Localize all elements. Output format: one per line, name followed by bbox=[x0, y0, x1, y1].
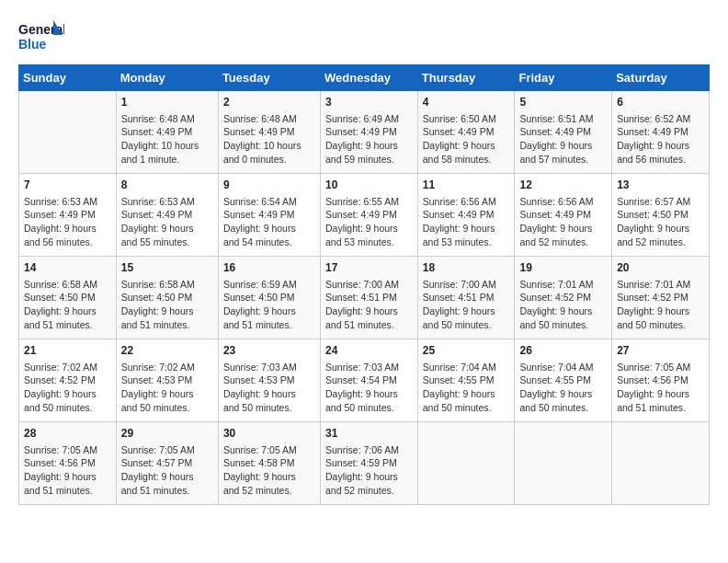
calendar-cell: 7Sunrise: 6:53 AMSunset: 4:49 PMDaylight… bbox=[19, 174, 117, 257]
day-info: Daylight: 10 hours bbox=[223, 139, 315, 153]
day-info: Daylight: 9 hours bbox=[617, 304, 704, 318]
day-info: Sunset: 4:49 PM bbox=[24, 208, 111, 222]
day-info: Sunset: 4:49 PM bbox=[325, 125, 413, 139]
day-info: and 51 minutes. bbox=[24, 484, 111, 498]
day-info: Daylight: 9 hours bbox=[617, 139, 704, 153]
day-info: Sunrise: 6:59 AM bbox=[223, 278, 315, 292]
day-info: and 56 minutes. bbox=[617, 153, 704, 167]
day-info: Daylight: 9 hours bbox=[24, 222, 111, 236]
day-info: Sunrise: 7:05 AM bbox=[617, 361, 704, 374]
day-info: and 50 minutes. bbox=[223, 401, 315, 415]
day-number: 8 bbox=[121, 178, 213, 193]
day-info: Sunrise: 6:48 AM bbox=[121, 112, 213, 126]
day-number: 10 bbox=[325, 178, 413, 193]
day-number: 17 bbox=[325, 260, 413, 276]
day-info: Sunset: 4:50 PM bbox=[24, 291, 111, 304]
header-day-friday: Friday bbox=[515, 65, 612, 91]
day-info: Daylight: 9 hours bbox=[519, 222, 607, 236]
calendar-cell: 16Sunrise: 6:59 AMSunset: 4:50 PMDayligh… bbox=[218, 257, 320, 339]
day-info: and 52 minutes. bbox=[617, 236, 704, 249]
header-day-monday: Monday bbox=[116, 65, 218, 91]
day-info: and 55 minutes. bbox=[121, 236, 213, 249]
calendar-cell: 2Sunrise: 6:48 AMSunset: 4:49 PMDaylight… bbox=[218, 91, 320, 174]
day-info: Sunrise: 7:04 AM bbox=[423, 361, 510, 374]
header-day-saturday: Saturday bbox=[612, 65, 710, 91]
calendar-cell: 6Sunrise: 6:52 AMSunset: 4:49 PMDaylight… bbox=[612, 91, 710, 174]
header-day-tuesday: Tuesday bbox=[218, 65, 320, 91]
day-info: Daylight: 9 hours bbox=[24, 470, 111, 484]
day-info: Sunrise: 6:51 AM bbox=[519, 112, 607, 126]
calendar-cell bbox=[515, 422, 612, 505]
day-info: Sunrise: 6:58 AM bbox=[121, 278, 213, 292]
calendar-cell: 3Sunrise: 6:49 AMSunset: 4:49 PMDaylight… bbox=[321, 91, 418, 174]
day-info: Daylight: 9 hours bbox=[325, 470, 413, 484]
day-info: Sunrise: 7:05 AM bbox=[223, 443, 315, 457]
day-info: Daylight: 9 hours bbox=[121, 387, 213, 401]
calendar-cell: 24Sunrise: 7:03 AMSunset: 4:54 PMDayligh… bbox=[321, 339, 418, 422]
day-info: Sunset: 4:57 PM bbox=[121, 456, 213, 470]
day-info: and 51 minutes. bbox=[24, 318, 111, 332]
day-info: Sunrise: 7:05 AM bbox=[121, 443, 213, 457]
week-row-2: 7Sunrise: 6:53 AMSunset: 4:49 PMDaylight… bbox=[19, 174, 710, 257]
day-info: Daylight: 9 hours bbox=[423, 222, 510, 236]
day-info: Sunset: 4:49 PM bbox=[223, 208, 315, 222]
day-info: Sunset: 4:49 PM bbox=[617, 125, 704, 139]
day-number: 28 bbox=[24, 426, 111, 442]
day-number: 18 bbox=[423, 260, 510, 276]
day-info: Sunset: 4:51 PM bbox=[325, 291, 413, 304]
day-info: Sunrise: 6:49 AM bbox=[325, 112, 413, 126]
day-info: and 56 minutes. bbox=[24, 236, 111, 249]
day-info: and 50 minutes. bbox=[519, 318, 607, 332]
day-info: Sunrise: 7:00 AM bbox=[325, 278, 413, 292]
calendar-cell: 23Sunrise: 7:03 AMSunset: 4:53 PMDayligh… bbox=[218, 339, 320, 422]
day-info: Sunset: 4:49 PM bbox=[325, 208, 413, 222]
day-info: Daylight: 9 hours bbox=[24, 387, 111, 401]
day-info: Sunset: 4:56 PM bbox=[24, 456, 111, 470]
calendar-cell: 12Sunrise: 6:56 AMSunset: 4:49 PMDayligh… bbox=[515, 174, 612, 257]
week-row-1: 1Sunrise: 6:48 AMSunset: 4:49 PMDaylight… bbox=[19, 91, 710, 174]
day-info: Sunset: 4:49 PM bbox=[223, 125, 315, 139]
day-info: and 50 minutes. bbox=[121, 401, 213, 415]
day-number: 27 bbox=[617, 343, 704, 359]
day-info: Sunset: 4:53 PM bbox=[223, 373, 315, 387]
day-info: Sunrise: 6:56 AM bbox=[423, 195, 510, 209]
day-info: and 51 minutes. bbox=[325, 318, 413, 332]
day-info: Sunrise: 7:02 AM bbox=[121, 361, 213, 374]
day-number: 2 bbox=[223, 95, 315, 110]
calendar-cell: 26Sunrise: 7:04 AMSunset: 4:55 PMDayligh… bbox=[515, 339, 612, 422]
day-number: 1 bbox=[121, 95, 213, 110]
day-info: and 51 minutes. bbox=[223, 318, 315, 332]
header: GeneralBlue bbox=[18, 18, 710, 55]
day-info: and 50 minutes. bbox=[24, 401, 111, 415]
day-info: Daylight: 9 hours bbox=[423, 387, 510, 401]
day-info: and 51 minutes. bbox=[121, 318, 213, 332]
calendar-cell: 21Sunrise: 7:02 AMSunset: 4:52 PMDayligh… bbox=[19, 339, 117, 422]
day-info: and 58 minutes. bbox=[423, 153, 510, 167]
day-info: and 52 minutes. bbox=[223, 484, 315, 498]
day-info: and 50 minutes. bbox=[423, 401, 510, 415]
day-number: 19 bbox=[519, 260, 607, 276]
calendar-cell: 28Sunrise: 7:05 AMSunset: 4:56 PMDayligh… bbox=[19, 422, 117, 505]
day-info: Sunset: 4:49 PM bbox=[519, 208, 607, 222]
day-info: and 54 minutes. bbox=[223, 236, 315, 249]
day-number: 26 bbox=[519, 343, 607, 359]
day-info: Sunset: 4:58 PM bbox=[223, 456, 315, 470]
day-info: Daylight: 9 hours bbox=[223, 304, 315, 318]
day-number: 6 bbox=[617, 95, 704, 110]
day-number: 20 bbox=[617, 260, 704, 276]
day-number: 22 bbox=[121, 343, 213, 359]
day-info: Sunset: 4:53 PM bbox=[121, 373, 213, 387]
calendar-cell: 22Sunrise: 7:02 AMSunset: 4:53 PMDayligh… bbox=[116, 339, 218, 422]
week-row-5: 28Sunrise: 7:05 AMSunset: 4:56 PMDayligh… bbox=[19, 422, 710, 505]
header-day-thursday: Thursday bbox=[417, 65, 515, 91]
day-number: 3 bbox=[325, 95, 413, 110]
day-info: Daylight: 9 hours bbox=[121, 470, 213, 484]
day-info: Sunrise: 7:01 AM bbox=[617, 278, 704, 292]
calendar-cell: 18Sunrise: 7:00 AMSunset: 4:51 PMDayligh… bbox=[417, 257, 515, 339]
calendar-cell: 20Sunrise: 7:01 AMSunset: 4:52 PMDayligh… bbox=[612, 257, 710, 339]
calendar-cell: 25Sunrise: 7:04 AMSunset: 4:55 PMDayligh… bbox=[417, 339, 515, 422]
day-info: Sunset: 4:52 PM bbox=[617, 291, 704, 304]
day-info: Daylight: 9 hours bbox=[325, 139, 413, 153]
day-number: 11 bbox=[423, 178, 510, 193]
day-info: Sunrise: 6:50 AM bbox=[423, 112, 510, 126]
